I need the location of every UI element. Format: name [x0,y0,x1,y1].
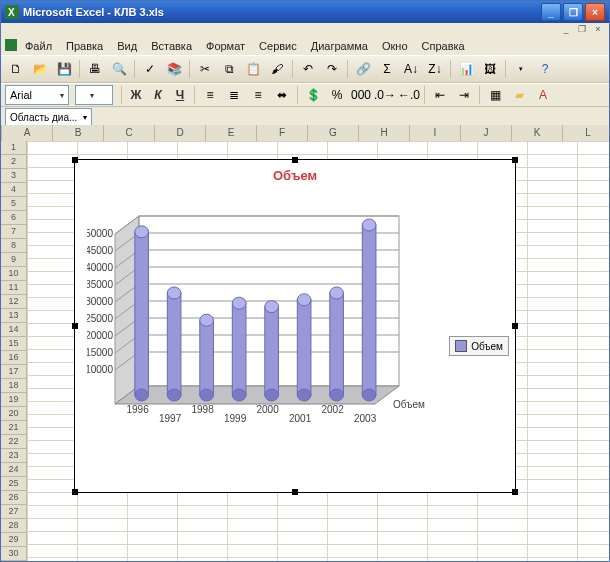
hyperlink-icon[interactable]: 🔗 [352,58,374,80]
spellcheck-icon[interactable]: ✓ [139,58,161,80]
resize-handle[interactable] [292,157,298,163]
merge-center-icon[interactable]: ⬌ [271,84,293,106]
menu-edit[interactable]: Правка [60,39,109,53]
doc-close-button[interactable]: × [591,24,605,36]
resize-handle[interactable] [512,489,518,495]
help-icon[interactable]: ? [534,58,556,80]
menu-format[interactable]: Формат [200,39,251,53]
undo-icon[interactable]: ↶ [297,58,319,80]
chart-title[interactable]: Объем [75,168,515,183]
borders-icon[interactable]: ▦ [484,84,506,106]
row-header[interactable]: 1 [1,141,27,155]
row-header[interactable]: 4 [1,183,27,197]
paste-icon[interactable]: 📋 [242,58,264,80]
resize-handle[interactable] [512,157,518,163]
embedded-chart[interactable]: Объем Объем 1000015000200002500030000350… [74,159,516,493]
zoom-dropdown[interactable]: ▾ [510,58,532,80]
font-color-icon[interactable]: A [532,84,554,106]
drawing-icon[interactable]: 🖼 [479,58,501,80]
align-left-icon[interactable]: ≡ [199,84,221,106]
menu-view[interactable]: Вид [111,39,143,53]
currency-icon[interactable]: 💲 [302,84,324,106]
decrease-decimal-icon[interactable]: ←.0 [398,84,420,106]
col-header[interactable]: L [563,125,610,141]
resize-handle[interactable] [72,323,78,329]
row-header[interactable]: 9 [1,253,27,267]
resize-handle[interactable] [512,323,518,329]
col-header[interactable]: E [206,125,257,141]
italic-button[interactable]: К [148,84,168,106]
col-header[interactable]: D [155,125,206,141]
row-header[interactable]: 18 [1,379,27,393]
row-header[interactable]: 12 [1,295,27,309]
row-header[interactable]: 25 [1,477,27,491]
increase-decimal-icon[interactable]: .0→ [374,84,396,106]
col-header[interactable]: G [308,125,359,141]
fill-color-icon[interactable]: ▰ [508,84,530,106]
comma-icon[interactable]: 000 [350,84,372,106]
align-center-icon[interactable]: ≣ [223,84,245,106]
doc-minimize-button[interactable]: _ [559,24,573,36]
redo-icon[interactable]: ↷ [321,58,343,80]
row-header[interactable]: 7 [1,225,27,239]
menu-insert[interactable]: Вставка [145,39,198,53]
row-header[interactable]: 14 [1,323,27,337]
row-header[interactable]: 20 [1,407,27,421]
chart-wizard-icon[interactable]: 📊 [455,58,477,80]
row-header[interactable]: 15 [1,337,27,351]
increase-indent-icon[interactable]: ⇥ [453,84,475,106]
chart-legend[interactable]: Объем [449,336,509,356]
menu-chart[interactable]: Диаграмма [305,39,374,53]
col-header[interactable]: A [2,125,53,141]
bold-button[interactable]: Ж [126,84,146,106]
row-header[interactable]: 11 [1,281,27,295]
col-header[interactable]: F [257,125,308,141]
row-header[interactable]: 22 [1,435,27,449]
sort-desc-icon[interactable]: Z↓ [424,58,446,80]
cut-icon[interactable]: ✂ [194,58,216,80]
col-header[interactable]: H [359,125,410,141]
row-header[interactable]: 19 [1,393,27,407]
copy-icon[interactable]: ⧉ [218,58,240,80]
row-header[interactable]: 17 [1,365,27,379]
col-header[interactable]: C [104,125,155,141]
decrease-indent-icon[interactable]: ⇤ [429,84,451,106]
close-button[interactable]: × [585,3,605,21]
print-preview-icon[interactable]: 🔍 [108,58,130,80]
open-icon[interactable]: 📂 [29,58,51,80]
menu-file[interactable]: Файл [19,39,58,53]
resize-handle[interactable] [72,489,78,495]
resize-handle[interactable] [292,489,298,495]
font-size-dropdown[interactable]: ▾ [75,85,113,105]
row-header[interactable]: 27 [1,505,27,519]
col-header[interactable]: J [461,125,512,141]
row-header[interactable]: 10 [1,267,27,281]
sort-asc-icon[interactable]: A↓ [400,58,422,80]
col-header[interactable]: I [410,125,461,141]
row-header[interactable]: 6 [1,211,27,225]
row-header[interactable]: 24 [1,463,27,477]
row-header[interactable]: 5 [1,197,27,211]
percent-icon[interactable]: % [326,84,348,106]
menu-help[interactable]: Справка [416,39,471,53]
row-header[interactable]: 29 [1,533,27,547]
new-doc-icon[interactable]: 🗋 [5,58,27,80]
align-right-icon[interactable]: ≡ [247,84,269,106]
row-header[interactable]: 28 [1,519,27,533]
row-header[interactable]: 8 [1,239,27,253]
row-header[interactable]: 2 [1,155,27,169]
save-icon[interactable]: 💾 [53,58,75,80]
row-header[interactable]: 23 [1,449,27,463]
maximize-button[interactable]: ❐ [563,3,583,21]
minimize-button[interactable]: _ [541,3,561,21]
row-header[interactable]: 26 [1,491,27,505]
autosum-icon[interactable]: Σ [376,58,398,80]
font-name-dropdown[interactable]: Arial ▾ [5,85,69,105]
menu-window[interactable]: Окно [376,39,414,53]
row-header[interactable]: 30 [1,547,27,561]
menu-tools[interactable]: Сервис [253,39,303,53]
row-header[interactable]: 21 [1,421,27,435]
resize-handle[interactable] [72,157,78,163]
col-header[interactable]: K [512,125,563,141]
row-header[interactable]: 13 [1,309,27,323]
